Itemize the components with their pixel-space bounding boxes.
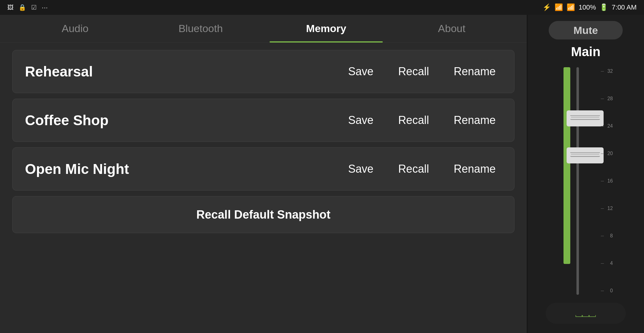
recall-button-open-mic-night[interactable]: Recall xyxy=(392,159,435,179)
scale-item: 24 xyxy=(601,123,613,129)
mute-label: Mute xyxy=(573,24,598,36)
rename-button-coffee-shop[interactable]: Rename xyxy=(448,111,502,130)
memory-name-rehearsal: Rehearsal xyxy=(25,63,342,80)
memory-list: Rehearsal Save Recall Rename Coffee Shop… xyxy=(0,43,527,333)
scale-item: 20 xyxy=(601,151,613,156)
scale-item: 16 xyxy=(601,178,613,184)
tab-bluetooth-label: Bluetooth xyxy=(179,23,223,35)
scale-item: 8 xyxy=(601,233,613,239)
green-level-bar xyxy=(564,67,570,264)
right-panel: Mute Main xyxy=(527,15,644,333)
status-bar: 🖼 🔒 ☑ ··· ⚡ 📶 📶 100% 🔋 7:00 AM xyxy=(0,0,644,15)
tab-about-label: About xyxy=(438,23,465,35)
main-label: Main xyxy=(571,44,601,59)
scale-item: 4 xyxy=(601,261,613,266)
scale-8: 8 xyxy=(605,233,613,239)
main-content: Audio Bluetooth Memory About Rehearsal S… xyxy=(0,15,644,333)
scale-20: 20 xyxy=(605,151,613,156)
tab-audio[interactable]: Audio xyxy=(12,15,138,43)
fader-gray-track xyxy=(576,67,579,295)
battery-percent: 100% xyxy=(579,3,596,11)
scale-28: 28 xyxy=(605,96,613,101)
memory-name-open-mic-night: Open Mic Night xyxy=(25,161,342,177)
rename-button-rehearsal[interactable]: Rename xyxy=(448,62,502,81)
memory-row-open-mic-night: Open Mic Night Save Recall Rename xyxy=(12,147,514,191)
dots-icon: ··· xyxy=(42,3,48,12)
memory-name-coffee-shop: Coffee Shop xyxy=(25,112,342,129)
wifi-icon: 📶 xyxy=(555,3,563,11)
status-right: ⚡ 📶 📶 100% 🔋 7:00 AM xyxy=(543,3,637,11)
tab-bluetooth[interactable]: Bluetooth xyxy=(138,15,263,43)
tab-bar: Audio Bluetooth Memory About xyxy=(0,15,527,43)
recall-default-label: Recall Default Snapshot xyxy=(196,208,331,221)
recall-button-rehearsal[interactable]: Recall xyxy=(392,62,435,81)
left-panel: Audio Bluetooth Memory About Rehearsal S… xyxy=(0,15,527,333)
memory-actions-coffee-shop: Save Recall Rename xyxy=(342,111,502,130)
memory-actions-rehearsal: Save Recall Rename xyxy=(342,62,502,81)
tab-memory[interactable]: Memory xyxy=(263,15,389,43)
save-button-coffee-shop[interactable]: Save xyxy=(342,111,380,130)
scale-item: 32 xyxy=(601,68,613,74)
scale-12: 12 xyxy=(605,206,613,211)
bluetooth-status-icon: ⚡ xyxy=(543,3,551,11)
clock: 7:00 AM xyxy=(612,3,637,11)
scale-item: 28 xyxy=(601,96,613,101)
rename-button-open-mic-night[interactable]: Rename xyxy=(448,159,502,179)
save-button-open-mic-night[interactable]: Save xyxy=(342,159,380,179)
tab-memory-label: Memory xyxy=(306,23,346,35)
fader-knob-top[interactable] xyxy=(567,110,604,126)
memory-row-rehearsal: Rehearsal Save Recall Rename xyxy=(12,50,514,93)
tab-audio-label: Audio xyxy=(62,23,89,35)
fader-container: 32 28 24 20 xyxy=(532,64,639,298)
recall-button-coffee-shop[interactable]: Recall xyxy=(392,111,435,130)
battery-icon: 🔋 xyxy=(600,3,608,11)
scale-4: 4 xyxy=(605,261,613,266)
scale-32: 32 xyxy=(605,68,613,74)
scale-labels: 32 28 24 20 xyxy=(601,67,613,295)
controls-button[interactable]: ⎵⎵⎵ xyxy=(546,303,626,324)
scale-item: 0 xyxy=(601,288,613,294)
fader-knob-bottom[interactable] xyxy=(567,147,604,163)
mixer-icon: ⎵⎵⎵ xyxy=(576,307,596,320)
scale-24: 24 xyxy=(605,123,613,129)
mute-button[interactable]: Mute xyxy=(549,21,623,39)
signal-icon: 📶 xyxy=(567,3,575,11)
status-left: 🖼 🔒 ☑ ··· xyxy=(7,3,48,12)
memory-actions-open-mic-night: Save Recall Rename xyxy=(342,159,502,179)
fader-track[interactable]: 32 28 24 20 xyxy=(561,67,610,295)
recall-default-row[interactable]: Recall Default Snapshot xyxy=(12,196,514,233)
lock-icon: 🔒 xyxy=(19,4,26,11)
memory-row-coffee-shop: Coffee Shop Save Recall Rename xyxy=(12,99,514,142)
tab-about[interactable]: About xyxy=(389,15,514,43)
save-button-rehearsal[interactable]: Save xyxy=(342,62,380,81)
scale-16: 16 xyxy=(605,178,613,184)
checkbox-icon: ☑ xyxy=(31,4,37,11)
scale-0: 0 xyxy=(605,288,613,294)
scale-item: 12 xyxy=(601,206,613,211)
image-icon: 🖼 xyxy=(7,4,14,11)
